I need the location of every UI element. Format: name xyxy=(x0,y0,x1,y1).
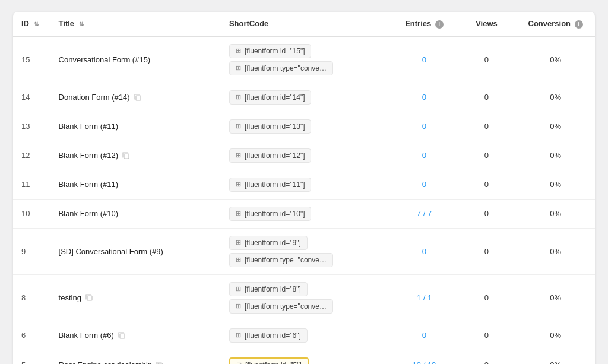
table-row: 6Blank Form (#6) ⊞[fluentform id="6"]000… xyxy=(13,321,595,350)
forms-table-container: ID ⇅ Title ⇅ ShortCode Entries i Views xyxy=(13,12,595,364)
cell-id: 12 xyxy=(13,141,50,170)
cell-entries[interactable]: 1 / 1 xyxy=(391,274,457,321)
cell-id: 11 xyxy=(13,170,50,199)
copy-icon[interactable] xyxy=(122,151,130,160)
copy-icon[interactable] xyxy=(85,293,93,302)
shortcode-badge[interactable]: ⊞[fluentform id="15"] xyxy=(229,44,312,58)
shortcode-badge[interactable]: ⊞[fluentform id="9"] xyxy=(229,236,308,250)
shortcode-text: [fluentform type="conve… xyxy=(245,302,327,311)
col-shortcode: ShortCode xyxy=(221,12,391,36)
cell-views: 0 xyxy=(457,350,516,364)
form-title: Blank Form (#6) xyxy=(59,331,114,340)
cell-shortcode: ⊞[fluentform id="6"] xyxy=(221,321,391,350)
shortcode-text: [fluentform id="9"] xyxy=(245,239,301,247)
cell-id: 8 xyxy=(13,274,50,321)
entries-value: 1 / 1 xyxy=(417,293,432,302)
cell-entries[interactable]: 0 xyxy=(391,228,457,274)
table-row: 11Blank Form (#11)⊞[fluentform id="11"]0… xyxy=(13,170,595,199)
shortcode-icon: ⊞ xyxy=(236,239,241,246)
svg-rect-0 xyxy=(136,96,141,100)
cell-entries[interactable]: 0 xyxy=(391,112,457,141)
shortcode-badge[interactable]: ⊞[fluentform id="11"] xyxy=(229,178,312,192)
cell-entries[interactable]: 7 / 7 xyxy=(391,199,457,228)
cell-shortcode: ⊞[fluentform id="11"] xyxy=(221,170,391,199)
entries-value: 0 xyxy=(422,55,426,64)
shortcode-icon: ⊞ xyxy=(236,64,241,72)
cell-id: 13 xyxy=(13,112,50,141)
cell-shortcode: ⊞[fluentform id="15"]⊞[fluentform type="… xyxy=(221,36,391,83)
cell-entries[interactable]: 0 xyxy=(391,36,457,83)
form-title: Blank Form (#11) xyxy=(59,122,118,131)
shortcode-icon: ⊞ xyxy=(236,47,241,55)
shortcode-icon: ⊞ xyxy=(236,181,241,188)
copy-icon[interactable] xyxy=(134,93,142,102)
cell-title: Blank Form (#6) xyxy=(50,321,221,350)
cell-conversion: 0% xyxy=(516,199,595,228)
col-title[interactable]: Title ⇅ xyxy=(50,12,221,36)
entries-info-icon: i xyxy=(435,20,444,29)
cell-conversion: 0% xyxy=(516,170,595,199)
shortcode-badge[interactable]: ⊞[fluentform type="conve… xyxy=(229,61,333,75)
shortcode-badge[interactable]: ⊞[fluentform id="10"] xyxy=(229,207,312,221)
shortcode-badge[interactable]: ⊞[fluentform id="14"] xyxy=(229,90,312,105)
shortcode-text: [fluentform id="10"] xyxy=(245,210,305,218)
form-title: Blank Form (#10) xyxy=(59,209,118,218)
cell-conversion: 0% xyxy=(516,274,595,321)
shortcode-badge[interactable]: ⊞[fluentform type="conve… xyxy=(229,253,333,267)
entries-value: 0 xyxy=(422,93,426,102)
shortcode-badge[interactable]: ⊞[fluentform id="8"] xyxy=(229,282,308,296)
conversion-info-icon: i xyxy=(575,20,583,29)
table-row: 9[SD] Conversational Form (#9)⊞[fluentfo… xyxy=(13,228,595,274)
forms-table: ID ⇅ Title ⇅ ShortCode Entries i Views xyxy=(13,12,595,364)
cell-entries[interactable]: 19 / 19 xyxy=(391,350,457,364)
sort-icon-title: ⇅ xyxy=(79,21,84,27)
shortcode-badge[interactable]: ⊞[fluentform type="conve… xyxy=(229,299,333,314)
cell-conversion: 0% xyxy=(516,83,595,112)
entries-value: 0 xyxy=(422,122,426,131)
svg-rect-1 xyxy=(124,154,129,159)
shortcode-icon: ⊞ xyxy=(236,361,242,364)
shortcode-text: [fluentform id="8"] xyxy=(245,285,301,293)
shortcode-icon: ⊞ xyxy=(236,151,241,159)
shortcode-text: [fluentform id="13"] xyxy=(245,122,305,131)
copy-icon[interactable] xyxy=(156,361,164,364)
shortcode-icon: ⊞ xyxy=(236,302,241,310)
cell-id: 5 xyxy=(13,350,50,364)
cell-id: 9 xyxy=(13,228,50,274)
cell-entries[interactable]: 0 xyxy=(391,321,457,350)
entries-value: 0 xyxy=(422,180,426,189)
svg-rect-3 xyxy=(120,334,125,338)
form-title: Blank Form (#12) xyxy=(59,151,118,160)
entries-value: 7 / 7 xyxy=(417,209,432,218)
col-id[interactable]: ID ⇅ xyxy=(13,12,50,36)
form-title: Donation Form (#14) xyxy=(59,93,130,102)
cell-title: Donation Form (#14) xyxy=(50,83,221,112)
shortcode-badge[interactable]: ⊞[fluentform id="5"] xyxy=(229,357,309,364)
shortcode-text: [fluentform id="5"] xyxy=(245,361,302,364)
sort-icon-id: ⇅ xyxy=(34,21,39,27)
cell-entries[interactable]: 0 xyxy=(391,141,457,170)
shortcode-text: [fluentform id="12"] xyxy=(245,151,305,160)
entries-value: 0 xyxy=(422,151,426,160)
cell-views: 0 xyxy=(457,170,516,199)
cell-title: Blank Form (#12) xyxy=(50,141,221,170)
cell-entries[interactable]: 0 xyxy=(391,83,457,112)
cell-shortcode: ⊞[fluentform id="5"] xyxy=(221,350,391,364)
col-views: Views xyxy=(457,12,516,36)
cell-conversion: 0% xyxy=(516,36,595,83)
cell-shortcode: ⊞[fluentform id="8"]⊞[fluentform type="c… xyxy=(221,274,391,321)
cell-views: 0 xyxy=(457,36,516,83)
cell-id: 14 xyxy=(13,83,50,112)
cell-entries[interactable]: 0 xyxy=(391,170,457,199)
table-row: 13Blank Form (#11)⊞[fluentform id="13"]0… xyxy=(13,112,595,141)
shortcode-badge[interactable]: ⊞[fluentform id="13"] xyxy=(229,119,312,134)
copy-icon[interactable] xyxy=(118,331,126,340)
cell-title: Blank Form (#10) xyxy=(50,199,221,228)
shortcode-text: [fluentform id="6"] xyxy=(245,331,301,340)
shortcode-badge[interactable]: ⊞[fluentform id="6"] xyxy=(229,328,308,343)
shortcode-text: [fluentform id="15"] xyxy=(245,47,305,55)
cell-conversion: 0% xyxy=(516,350,595,364)
shortcode-badge[interactable]: ⊞[fluentform id="12"] xyxy=(229,148,312,163)
shortcode-icon: ⊞ xyxy=(236,256,241,264)
cell-views: 0 xyxy=(457,83,516,112)
